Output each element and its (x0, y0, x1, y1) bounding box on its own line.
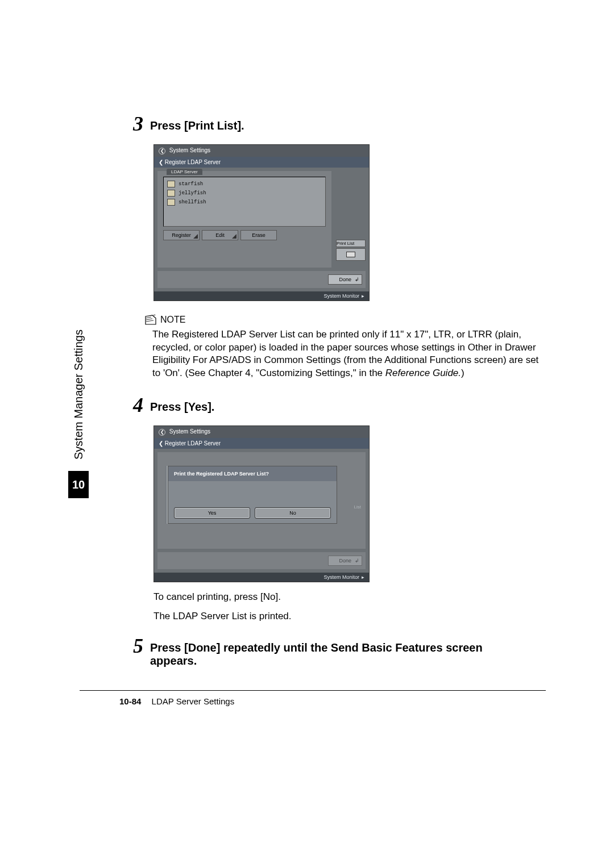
section-title: System Manager Settings (72, 329, 85, 460)
note-icon (144, 315, 157, 325)
window-subtitle: Register LDAP Server (165, 440, 221, 446)
window-subtitle-bar: ❮ Register LDAP Server (154, 438, 369, 449)
tab-ldap-server[interactable]: LDAP Server (167, 169, 202, 175)
page-footer: 10-84 LDAP Server Settings (119, 696, 546, 706)
body-text: The LDAP Server List is printed. (154, 610, 546, 623)
server-icon (167, 199, 175, 206)
window-title-bar: ❮ System Settings (154, 145, 369, 157)
step-title: Press [Print List]. (150, 114, 244, 132)
server-icon (167, 190, 175, 197)
server-icon (167, 181, 175, 187)
step-5: 5 Press [Done] repeatedly until the Send… (127, 636, 546, 667)
list-item[interactable]: shellfish (167, 198, 322, 207)
done-button-disabled: Done (328, 556, 362, 566)
confirm-dialog: Print the Registered LDAP Server List? Y… (168, 466, 337, 524)
screenshot-confirm-print: ❮ System Settings ❮ Register LDAP Server… (154, 425, 370, 582)
screenshot-register-ldap: ❮ System Settings ❮ Register LDAP Server… (154, 144, 370, 301)
step-title: Press [Yes]. (150, 395, 214, 414)
edit-button[interactable]: Edit (202, 230, 238, 240)
window-title: System Settings (169, 428, 210, 435)
reference-guide: Reference Guide. (385, 368, 461, 378)
status-bar[interactable]: System Monitor▸ (154, 573, 369, 582)
footer-title: LDAP Server Settings (152, 696, 235, 706)
footer-rule (80, 690, 546, 691)
window-title-bar: ❮ System Settings (154, 426, 369, 438)
step-4: 4 Press [Yes]. (127, 395, 546, 415)
window-title: System Settings (169, 147, 210, 153)
step-number: 4 (127, 395, 143, 415)
chapter-side-tab: System Manager Settings 10 (68, 329, 89, 498)
print-list-label: Print List (336, 240, 366, 247)
note-text: The Registered LDAP Server List can be p… (152, 329, 538, 379)
yes-button[interactable]: Yes (174, 507, 250, 519)
chapter-number: 10 (68, 471, 89, 498)
printer-icon (346, 252, 355, 257)
ldap-server-list[interactable]: starfish jellyfish shellfish (163, 177, 326, 227)
window-subtitle: Register LDAP Server (165, 159, 221, 165)
note-heading: NOTE (144, 314, 546, 326)
dialog-question: Print the Registered LDAP Server List? (168, 466, 337, 481)
step-title: Press [Done] repeatedly until the Send B… (150, 636, 514, 667)
done-button[interactable]: Done (328, 274, 362, 285)
step-3: 3 Press [Print List]. (127, 114, 546, 134)
note-block: NOTE The Registered LDAP Server List can… (152, 314, 546, 380)
register-button[interactable]: Register (163, 230, 200, 240)
disabled-list-label: List (354, 504, 361, 510)
back-icon: ❮ (159, 440, 163, 446)
back-icon: ❮ (159, 159, 163, 165)
step-number: 5 (127, 636, 143, 656)
page-number: 10-84 (119, 696, 141, 706)
list-item[interactable]: jellyfish (167, 189, 322, 198)
erase-button[interactable]: Erase (240, 230, 277, 240)
back-icon: ❮ (159, 148, 165, 155)
no-button[interactable]: No (255, 507, 331, 519)
back-icon: ❮ (159, 429, 165, 436)
step-number: 3 (127, 114, 143, 134)
print-list-button[interactable] (336, 248, 366, 261)
body-text: To cancel printing, press [No]. (154, 590, 546, 604)
window-subtitle-bar: ❮ Register LDAP Server (154, 157, 369, 168)
list-item[interactable]: starfish (167, 180, 322, 189)
status-bar[interactable]: System Monitor▸ (154, 291, 369, 301)
